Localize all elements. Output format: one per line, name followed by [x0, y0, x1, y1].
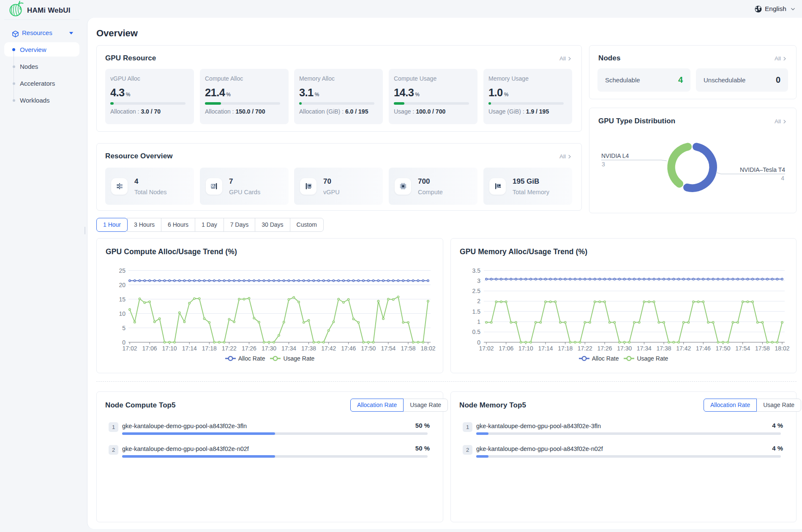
- svg-text:17:10: 17:10: [518, 345, 533, 352]
- svg-text:17:54: 17:54: [381, 345, 396, 352]
- svg-text:4: 4: [781, 175, 784, 182]
- svg-text:0.5: 0.5: [472, 328, 481, 335]
- svg-text:17:06: 17:06: [499, 345, 513, 352]
- svg-text:17:14: 17:14: [182, 345, 197, 352]
- svg-text:17:34: 17:34: [281, 345, 296, 352]
- svg-text:17:50: 17:50: [361, 345, 376, 352]
- svg-text:18:02: 18:02: [775, 345, 789, 352]
- svg-text:17:18: 17:18: [558, 345, 573, 352]
- svg-text:17:18: 17:18: [202, 345, 217, 352]
- svg-text:17:14: 17:14: [538, 345, 553, 352]
- svg-text:17:38: 17:38: [656, 345, 671, 352]
- svg-text:1: 1: [477, 318, 480, 325]
- svg-text:17:38: 17:38: [301, 345, 316, 352]
- svg-text:3: 3: [477, 277, 480, 284]
- svg-text:18:02: 18:02: [420, 345, 435, 352]
- svg-text:17:58: 17:58: [755, 345, 770, 352]
- svg-text:2: 2: [477, 298, 480, 304]
- svg-text:17:58: 17:58: [401, 345, 415, 352]
- svg-text:17:34: 17:34: [637, 345, 652, 352]
- svg-text:NVIDIA L4: NVIDIA L4: [601, 152, 629, 159]
- svg-text:17:46: 17:46: [341, 345, 356, 352]
- svg-text:17:06: 17:06: [142, 345, 157, 352]
- svg-text:25: 25: [119, 267, 125, 274]
- svg-text:17:42: 17:42: [676, 345, 691, 352]
- svg-text:NVIDIA–Tesla T4: NVIDIA–Tesla T4: [740, 166, 785, 173]
- svg-text:17:10: 17:10: [162, 345, 177, 352]
- svg-text:17:02: 17:02: [122, 345, 137, 352]
- svg-text:3.5: 3.5: [472, 267, 481, 274]
- svg-text:1.5: 1.5: [472, 308, 481, 315]
- svg-text:17:54: 17:54: [735, 345, 750, 352]
- svg-text:3: 3: [602, 161, 605, 168]
- svg-text:5: 5: [122, 325, 125, 331]
- svg-text:17:22: 17:22: [222, 345, 237, 352]
- svg-text:15: 15: [119, 296, 125, 303]
- svg-text:10: 10: [119, 310, 125, 317]
- svg-text:17:50: 17:50: [715, 345, 730, 352]
- svg-text:17:42: 17:42: [321, 345, 336, 352]
- svg-text:17:30: 17:30: [262, 345, 276, 352]
- svg-text:20: 20: [119, 282, 125, 288]
- svg-text:2.5: 2.5: [472, 288, 481, 294]
- svg-text:17:26: 17:26: [242, 345, 256, 352]
- svg-text:17:30: 17:30: [617, 345, 632, 352]
- svg-text:17:26: 17:26: [597, 345, 612, 352]
- svg-text:17:22: 17:22: [578, 345, 592, 352]
- svg-text:17:46: 17:46: [696, 345, 711, 352]
- svg-text:17:02: 17:02: [479, 345, 494, 352]
